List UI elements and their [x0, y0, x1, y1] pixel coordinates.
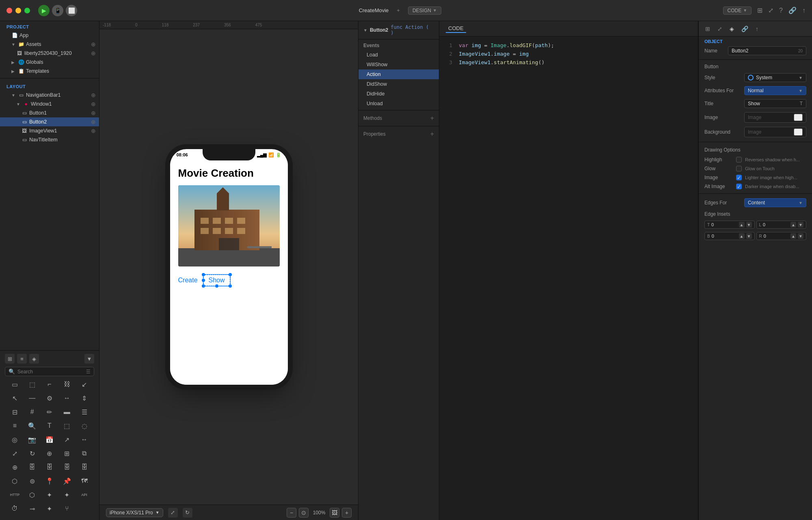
zoom-out-btn[interactable]: − [287, 508, 296, 518]
title-field[interactable]: Show T [744, 99, 806, 108]
alt-image-checkbox[interactable]: ✓ [736, 184, 742, 189]
widget-pin2[interactable]: 📌 [58, 474, 75, 488]
widget-http2[interactable]: API [76, 488, 93, 501]
widget-dashed-rect[interactable]: ⬚ [24, 378, 41, 391]
sidebar-item-globals[interactable]: ▶ 🌐 Globals [0, 58, 99, 67]
widget-db2[interactable]: 🗄 [41, 461, 58, 474]
navbar-add-btn[interactable]: ⊕ [91, 92, 96, 98]
widget-calendar[interactable]: 📅 [41, 433, 58, 446]
create-button[interactable]: Create [178, 277, 198, 284]
canvas-scroll[interactable]: 08:06 ▂▄▆ 📶 🔋 Movie Creation [99, 29, 358, 505]
widget-layers[interactable]: ⧉ [76, 447, 93, 460]
button2-action-btn[interactable]: ⊕ [91, 119, 96, 125]
widget-network[interactable]: ⬡ [6, 474, 23, 488]
device-button[interactable]: 📱 [52, 5, 63, 16]
expand-icon[interactable]: ⤢ [768, 6, 773, 14]
attributes-dropdown[interactable]: Normal ▼ [744, 86, 806, 95]
widget-text[interactable]: T [41, 419, 58, 432]
l-stepper-up[interactable]: ▲ [790, 222, 796, 228]
cube-icon-btn[interactable]: ◈ [29, 354, 39, 364]
edges-for-dropdown[interactable]: Content ▼ [744, 198, 806, 207]
widget-db3[interactable]: 🗄 [58, 461, 75, 474]
widget-pin3[interactable]: 🗺 [76, 474, 93, 488]
style-field[interactable]: System ▼ [744, 73, 806, 82]
image-field[interactable]: Image [744, 112, 806, 123]
play-button[interactable]: ▶ [38, 5, 50, 16]
sidebar-item-button1[interactable]: ▭ Button1 ⊕ [0, 108, 99, 117]
b-stepper-down[interactable]: ▼ [746, 233, 752, 239]
zoom-fit-btn[interactable]: ⊙ [299, 508, 309, 518]
widget-cursor[interactable]: ↖ [6, 392, 23, 405]
widget-db1[interactable]: 🗄 [24, 461, 41, 474]
widget-stack[interactable]: ⊕ [6, 461, 23, 474]
tab-4[interactable]: 🔗 [740, 24, 750, 34]
widget-pin[interactable]: 📍 [41, 474, 58, 488]
widget-spinner[interactable]: ◌ [76, 419, 93, 432]
widget-table[interactable]: ⊟ [6, 405, 23, 418]
widget-hash[interactable]: # [24, 405, 41, 418]
edge-l-field[interactable]: L 0 ▲ ▼ [756, 221, 807, 229]
edge-b-field[interactable]: B 0 ▲ ▼ [704, 232, 755, 240]
widget-fork[interactable]: ⑂ [58, 502, 75, 515]
zoom-in-btn[interactable]: + [342, 508, 352, 518]
event-didshow[interactable]: DidShow [358, 79, 439, 89]
widget-lines[interactable]: ≡ [6, 419, 23, 432]
widget-expand[interactable]: ⤢ [6, 447, 23, 460]
help-icon[interactable]: ? [779, 7, 783, 14]
sidebar-item-navbar[interactable]: ▼ ▭ NavigationBar1 ⊕ [0, 91, 99, 100]
design-mode-btn[interactable]: DESIGN ▼ [408, 6, 441, 15]
widget-bluetooth[interactable]: ✦ [41, 488, 58, 501]
code-mode-label[interactable]: CODE [446, 24, 466, 33]
minimize-button[interactable] [15, 8, 21, 13]
r-stepper-up[interactable]: ▲ [790, 233, 796, 239]
image-draw-checkbox[interactable]: ✓ [736, 175, 742, 180]
widget-arrows[interactable]: ↔ [76, 433, 93, 446]
close-button[interactable] [6, 8, 12, 13]
sidebar-item-window[interactable]: ▼ ● Window1 ⊕ [0, 100, 99, 108]
maximize-button[interactable] [24, 8, 30, 13]
event-action[interactable]: Action [358, 69, 439, 79]
share-icon[interactable]: ↑ [802, 7, 806, 14]
device-refresh-btn[interactable]: ↻ [183, 508, 192, 518]
widget-rotate[interactable]: ↻ [24, 447, 41, 460]
widget-dash[interactable]: — [24, 392, 41, 405]
list-view-btn[interactable]: ≡ [17, 354, 27, 364]
widget-l-shape[interactable]: ⌐ [41, 378, 58, 391]
edge-t-field[interactable]: T 0 ▲ ▼ [704, 221, 755, 229]
sidebar-item-button2[interactable]: ▭ Button2 ⊕ [0, 117, 99, 126]
widget-v-bar[interactable]: ☰ [76, 405, 93, 418]
sidebar-item-image[interactable]: 🖼 liberty2520430_1920 ⊕ [0, 49, 99, 58]
widget-camera[interactable]: 📷 [24, 433, 41, 446]
methods-add-btn[interactable]: + [430, 115, 434, 122]
widget-nodes[interactable]: ⬡ [24, 488, 41, 501]
button1-action-btn[interactable]: ⊕ [91, 110, 96, 116]
widget-crosshair[interactable]: ⊕ [41, 447, 58, 460]
tab-object[interactable]: ◈ [728, 24, 736, 34]
tab-5[interactable]: ↑ [754, 24, 760, 34]
widget-db4[interactable]: 🗄 [76, 461, 93, 474]
widget-star[interactable]: ✦ [41, 502, 58, 515]
widget-pencil[interactable]: ✏ [41, 405, 58, 418]
sidebar-item-assets[interactable]: ▼ 📁 Assets ⊕ [0, 40, 99, 49]
code-mode-btn[interactable]: CODE ▼ [723, 6, 752, 15]
grid-view-btn[interactable]: ⊞ [5, 354, 15, 364]
tab-1[interactable]: ⊞ [704, 24, 712, 34]
widget-rect[interactable]: ▭ [6, 378, 23, 391]
events-collapse-arrow[interactable]: ▼ [363, 28, 367, 32]
widget-magnify[interactable]: 🔍 [24, 419, 41, 432]
widget-http[interactable]: HTTP [6, 488, 23, 501]
search-input[interactable] [17, 369, 84, 375]
window-add-btn[interactable]: ⊕ [91, 101, 96, 107]
widget-tag[interactable]: ⊸ [24, 502, 41, 515]
device-selector[interactable]: iPhone X/XS/11 Pro ▼ [106, 508, 163, 517]
t-stepper-down[interactable]: ▼ [746, 222, 752, 228]
zoom-image-btn[interactable]: 🖼 [330, 508, 339, 518]
background-field[interactable]: Image [744, 127, 806, 137]
widget-link[interactable]: ⛓ [58, 378, 75, 391]
l-stepper-down[interactable]: ▼ [798, 222, 803, 228]
widget-h-bar[interactable]: ▬ [58, 405, 75, 418]
r-stepper-down[interactable]: ▼ [798, 233, 803, 239]
device-rotate-btn[interactable]: ⤢ [168, 508, 178, 518]
widget-scroll[interactable]: ⬚ [58, 419, 75, 432]
sidebar-item-templates[interactable]: ▶ 📋 Templates [0, 67, 99, 76]
